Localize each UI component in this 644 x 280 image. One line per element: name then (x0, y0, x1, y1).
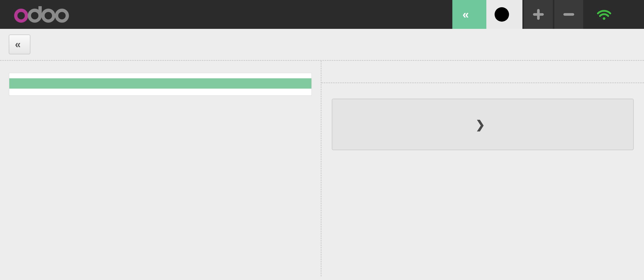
order-lines-card (9, 73, 312, 96)
odoo-logo (0, 0, 78, 29)
sub-header: « (0, 29, 644, 61)
minus-icon (563, 9, 574, 20)
connection-status (585, 0, 623, 29)
floor-table-button[interactable]: « (452, 0, 486, 29)
order-chip[interactable] (486, 0, 522, 29)
wifi-icon (597, 9, 611, 20)
order-lines-panel (0, 61, 321, 276)
logo-svg (6, 6, 78, 23)
chevron-right-icon: ❯ (476, 118, 485, 131)
svg-point-8 (603, 17, 605, 20)
remove-order-button[interactable] (554, 0, 583, 29)
chevron-left-icon: « (463, 9, 469, 20)
back-button[interactable]: « (9, 35, 30, 54)
add-order-button[interactable] (524, 0, 553, 29)
main-area: ❯ (0, 61, 644, 276)
top-bar: « (0, 0, 644, 29)
order-lines-list (9, 78, 311, 89)
split-total (321, 61, 644, 83)
svg-point-4 (57, 10, 67, 21)
summary-panel: ❯ (321, 61, 644, 276)
user-name[interactable] (442, 0, 452, 29)
chevron-left-icon: « (15, 39, 21, 50)
payment-button[interactable]: ❯ (332, 99, 634, 150)
svg-point-0 (16, 10, 27, 21)
svg-point-3 (43, 10, 54, 21)
plus-icon (533, 9, 544, 20)
order-count-badge (495, 7, 509, 22)
close-button[interactable] (623, 0, 644, 29)
